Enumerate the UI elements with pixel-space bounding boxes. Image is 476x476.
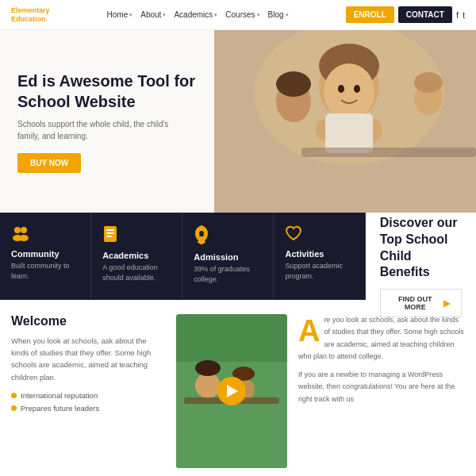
logo: Elementary Education [11,6,50,24]
bullet-dot-icon [11,405,17,411]
admission-icon [194,225,209,248]
video-thumbnail [176,314,287,468]
svg-point-17 [19,235,29,241]
svg-point-14 [14,227,21,233]
welcome-para: When you look at schools, ask about the … [11,335,165,383]
hero-title: Ed is Awesome Tool for School Website [17,71,197,112]
welcome-section: Welcome When you look at schools, ask ab… [11,314,165,468]
activities-title: Activities [285,249,324,259]
svg-point-4 [324,63,374,121]
bullet-list: International reputation Prepares future… [11,391,165,413]
play-button[interactable] [217,377,246,405]
welcome-title: Welcome [11,314,165,328]
facebook-icon[interactable]: f [456,10,459,20]
nav-courses[interactable]: Courses ▾ [225,10,259,19]
svg-rect-19 [106,229,114,231]
svg-rect-20 [106,232,114,234]
contact-button[interactable]: CONTACT [398,6,452,23]
list-item: International reputation [11,391,165,400]
community-title: Community [11,249,60,259]
svg-point-27 [195,373,221,398]
svg-point-15 [21,227,27,233]
features-section: Community Built community to learn. Acad… [0,213,476,300]
main-nav: Home ▾ About ▾ Academics ▾ Courses ▾ Blo… [107,10,289,19]
svg-point-10 [414,72,443,93]
arrow-right-icon: ▶ [443,298,450,309]
find-out-more-button[interactable]: FIND OUT MORE ▶ [380,289,462,317]
svg-rect-11 [301,148,476,157]
svg-point-13 [354,85,360,93]
features-title: Discover our Top School Child Benefits [380,215,462,281]
academics-desc: A good education should available. [102,263,171,282]
academics-title: Academics [102,251,148,260]
feature-academics[interactable]: Academics A good education should availa… [91,213,182,300]
hero-section: Ed is Awesome Tool for School Website Sc… [0,30,476,213]
academics-icon [102,225,118,247]
bottom-section: Welcome When you look at schools, ask ab… [0,300,476,476]
about-section: A re you look at schools, ask about the … [298,314,465,468]
admission-title: Admission [194,252,238,262]
features-cta: YOU ARE WELCOME Discover our Top School … [366,213,476,300]
hero-content: Ed is Awesome Tool for School Website Sc… [0,30,214,213]
nav-about[interactable]: About ▾ [140,10,166,19]
enroll-button[interactable]: ENROLL [346,6,394,23]
hero-subtitle: Schools support the whole child, the chi… [17,118,176,142]
buy-now-button[interactable]: BUY NOW [17,153,81,173]
svg-point-28 [195,360,221,376]
feature-activities[interactable]: Activities Support academic program. [274,213,365,300]
nav-home[interactable]: Home ▾ [107,10,133,19]
svg-rect-21 [106,236,112,237]
svg-point-12 [338,85,344,93]
feature-community[interactable]: Community Built community to learn. [0,213,91,300]
bullet-dot-icon [11,393,17,398]
svg-rect-23 [200,241,203,244]
svg-point-8 [276,71,311,97]
nav-blog[interactable]: Blog ▾ [268,10,289,19]
header: Elementary Education Home ▾ About ▾ Acad… [0,0,476,30]
feature-admission[interactable]: Admission 39% of graduates college. [182,213,274,300]
svg-rect-6 [325,113,373,153]
community-desc: Built community to learn. [11,261,79,281]
hero-image [190,30,476,213]
nav-academics[interactable]: Academics ▾ [174,10,217,19]
activities-icon [285,225,302,245]
social-links: f t [456,10,465,20]
activities-desc: Support academic program. [285,261,353,281]
play-triangle-icon [227,385,238,397]
list-item: Prepares future leaders [11,404,165,413]
about-para-1: A re you look at schools, ask about the … [298,314,465,363]
twitter-icon[interactable]: t [463,10,465,20]
about-para-2: If you are a newbie to managing a WordPr… [298,369,465,405]
admission-desc: 39% of graduates college. [194,264,262,284]
community-icon [11,225,30,245]
drop-cap: A [298,316,320,346]
